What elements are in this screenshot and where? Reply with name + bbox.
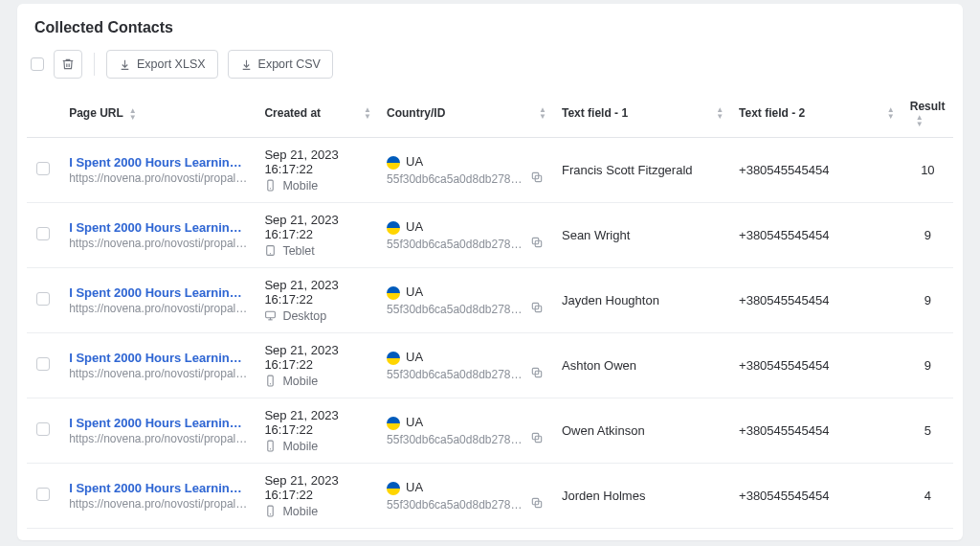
device-label: Mobile [282,505,318,518]
copy-icon[interactable] [530,236,544,249]
flag-icon [387,482,400,495]
created-at: Sep 21, 2023 16:17:22 [264,408,371,437]
table-row: I Spent 2000 Hours Learning How To… http… [27,267,953,332]
country-code: UA [406,350,423,364]
flag-icon [387,417,400,430]
sort-icon: ▲▼ [129,107,137,121]
flag-icon [387,352,400,365]
country-code: UA [406,480,423,494]
page-title-link[interactable]: I Spent 2000 Hours Learning How To… [69,220,249,235]
text-field-1: Ashton Owen [554,332,731,398]
device-label: Mobile [282,179,318,193]
sort-icon: ▲▼ [364,106,371,120]
col-created-at[interactable]: Created at▲▼ [256,90,379,137]
copy-icon[interactable] [530,301,544,314]
sort-icon: ▲▼ [539,106,546,120]
table-row: I Spent 2000 Hours Learning How To… http… [27,332,953,398]
row-checkbox[interactable] [36,488,50,501]
table-row: I Spent 2000 Hours Learning How To… http… [27,137,953,202]
result-value: 2 [902,528,953,540]
col-result[interactable]: Result▲▼ [902,90,953,137]
device-label: Mobile [282,375,318,388]
created-at: Sep 21, 2023 16:17:22 [264,538,371,540]
device-icon [264,179,277,192]
download-icon [240,58,253,71]
record-id: 55f30db6ca5a0d8db278ff195… [387,303,524,316]
text-field-2: +380545545454 [731,463,902,528]
text-field-2: +380545545454 [731,528,902,540]
device-icon [264,375,277,387]
country-code: UA [406,415,423,429]
country-code: UA [406,284,423,299]
col-page-url[interactable]: Page URL▲▼ [61,90,256,137]
text-field-1: Sean Wright [554,202,731,267]
page-url-text: https://novena.pro/novosti/propal-rezhim… [69,237,249,250]
result-value: 5 [902,398,953,463]
contacts-table: Page URL▲▼ Created at▲▼ Country/ID▲▼ Tex… [27,90,953,540]
row-checkbox[interactable] [36,162,50,175]
sort-icon: ▲▼ [916,114,924,127]
toolbar-divider [94,53,95,76]
page-url-text: https://novena.pro/novosti/propal-rezhim… [69,432,249,445]
text-field-1: Brian Holloway [554,528,731,540]
text-field-2: +380545545454 [731,332,902,398]
table-row: I Spent 2000 Hours Learning How To… http… [27,528,953,540]
contacts-panel: Collected Contacts Export XLSX Export CS… [17,4,963,540]
text-field-2: +380545545454 [731,267,902,332]
created-at: Sep 21, 2023 16:17:22 [264,473,371,502]
trash-icon [61,57,75,71]
copy-icon[interactable] [530,431,544,444]
created-at: Sep 21, 2023 16:17:22 [264,213,371,241]
page-title-link[interactable]: I Spent 2000 Hours Learning How To… [69,481,249,495]
export-csv-button[interactable]: Export CSV [228,50,333,79]
created-at: Sep 21, 2023 16:17:22 [264,343,371,372]
export-csv-label: Export CSV [258,57,321,71]
page-title-link[interactable]: I Spent 2000 Hours Learning How To… [69,155,249,170]
select-all-checkbox[interactable] [31,57,44,71]
sort-icon: ▲▼ [716,106,724,120]
col-country-id[interactable]: Country/ID▲▼ [379,90,554,137]
created-at: Sep 21, 2023 16:17:22 [264,148,371,176]
device-icon [264,505,277,517]
svg-rect-10 [266,311,276,318]
copy-icon[interactable] [530,366,544,379]
page-title-link[interactable]: I Spent 2000 Hours Learning How To… [69,416,249,430]
page-url-text: https://novena.pro/novosti/propal-rezhim… [69,367,249,380]
delete-button[interactable] [54,50,82,79]
col-text2[interactable]: Text field - 2▲▼ [731,90,902,137]
download-icon [119,58,131,71]
copy-icon[interactable] [530,496,544,510]
table-row: I Spent 2000 Hours Learning How To… http… [27,398,953,463]
record-id: 55f30db6ca5a0d8db278ff195… [387,368,524,381]
col-text1[interactable]: Text field - 1▲▼ [554,90,731,137]
svg-rect-2 [268,180,273,191]
svg-rect-23 [268,506,273,516]
device-icon [264,440,277,452]
row-checkbox[interactable] [36,422,50,436]
result-value: 4 [902,463,953,528]
device-label: Mobile [282,440,318,453]
flag-icon [387,156,400,170]
device-icon [264,244,277,257]
text-field-1: Owen Atkinson [554,398,731,463]
text-field-2: +380545545454 [731,137,902,202]
export-xlsx-label: Export XLSX [137,57,206,71]
table-row: I Spent 2000 Hours Learning How To… http… [27,202,953,267]
row-checkbox[interactable] [36,227,50,240]
sort-icon: ▲▼ [887,106,895,120]
row-checkbox[interactable] [36,292,50,306]
row-checkbox[interactable] [36,357,50,371]
result-value: 9 [902,332,953,398]
device-icon [264,309,277,322]
text-field-1: Francis Scott Fitzgerald [554,137,731,202]
page-title-link[interactable]: I Spent 2000 Hours Learning How To… [69,351,249,365]
flag-icon [387,286,400,300]
country-code: UA [406,154,423,169]
created-at: Sep 21, 2023 16:17:22 [264,278,371,307]
page-title: Collected Contacts [17,19,963,46]
copy-icon[interactable] [530,171,544,184]
page-title-link[interactable]: I Spent 2000 Hours Learning How To… [69,285,249,300]
table-row: I Spent 2000 Hours Learning How To… http… [27,463,953,528]
device-label: Desktop [282,309,326,323]
export-xlsx-button[interactable]: Export XLSX [106,50,218,79]
